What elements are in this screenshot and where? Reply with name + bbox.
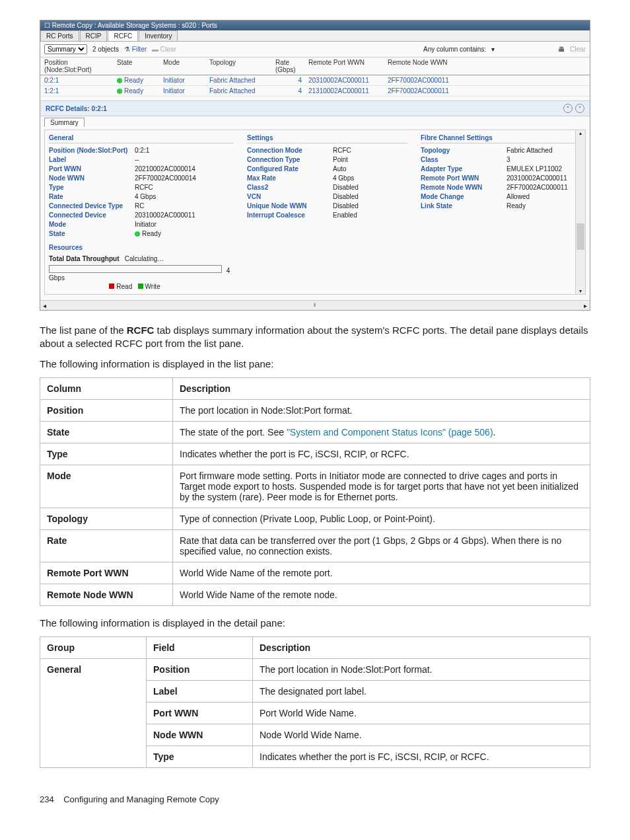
v-conntype: Point [333, 155, 407, 165]
th-field: Field [147, 637, 253, 659]
throughput-bar [49, 265, 222, 273]
list-row[interactable]: 1:2:1 Ready Initiator Fabric Attached 4 … [40, 86, 590, 96]
legend-read-swatch [109, 284, 114, 289]
status-ready-icon [117, 89, 122, 94]
v-fcmc: Allowed [507, 192, 581, 202]
v-mode: Initiator [135, 220, 234, 229]
legend-write-swatch [138, 284, 143, 289]
v-cfgrate: Auto [333, 165, 407, 174]
clear-link[interactable]: ▬ Clear [152, 46, 176, 53]
col-state[interactable]: State [117, 59, 163, 73]
tab-inventory[interactable]: Inventory [139, 30, 178, 41]
cell-mode: Initiator [163, 87, 209, 95]
status-ready-icon [117, 78, 122, 83]
filter-prompt: Any column contains: [423, 46, 486, 53]
th-description: Description [173, 377, 590, 399]
k-nodewwn: Node WWN [49, 174, 135, 183]
col-topology[interactable]: Topology [209, 59, 275, 73]
filter-link[interactable]: ⚗ Filter [124, 46, 147, 53]
paragraph: The list pane of the RCFC tab displays s… [40, 324, 590, 351]
k-fctop: Topology [421, 146, 507, 155]
expand-up-icon[interactable]: ˄ [563, 104, 573, 113]
detail-content: General Position (Node:Slot:Port)0:2:1 L… [44, 130, 586, 295]
th-column: Column [40, 377, 173, 399]
filter-label: Filter [132, 46, 147, 53]
k-fcls: Link State [421, 202, 507, 211]
page-footer: 234 Configuring and Managing Remote Copy [40, 794, 590, 804]
cell-mode: Initiator [163, 77, 209, 84]
legend-read: Read [116, 283, 132, 290]
cell-state: Ready [117, 87, 163, 95]
v-portwwn: 20210002AC000014 [135, 165, 234, 174]
th-group: Group [40, 637, 147, 659]
table-row: Type Indicates whether the port is FC, i… [40, 443, 590, 465]
v-state: Ready [135, 229, 234, 239]
cell-rate: 4 [275, 77, 308, 84]
section-general-title: General [49, 134, 234, 143]
k-class2: Class2 [247, 183, 333, 192]
clear-icon: ▬ [152, 46, 158, 53]
section-title: Configuring and Managing Remote Copy [63, 794, 219, 804]
filter-dropdown-icon[interactable]: ▾ [491, 46, 495, 53]
print-icon[interactable]: 🖶 [558, 46, 565, 53]
cell-position: 0:2:1 [44, 77, 117, 84]
k-cfgrate: Configured Rate [247, 165, 333, 174]
cell-rport: 21310002AC000011 [308, 87, 388, 95]
paragraph: The following information is displayed i… [40, 617, 590, 630]
k-unwwn: Unique Node WWN [247, 202, 333, 211]
window-titlebar: ☐ Remote Copy : Available Storage System… [40, 20, 590, 30]
tab-rcip[interactable]: RCIP [80, 30, 108, 41]
v-fcrnwwn: 2FF70002AC000011 [507, 183, 581, 192]
col-rate[interactable]: Rate (Gbps) [275, 59, 308, 73]
cell-rnode: 2FF70002AC000011 [388, 77, 467, 84]
k-cd: Connected Device [49, 211, 135, 220]
cell-rate: 4 [275, 87, 308, 95]
tab-rcfc[interactable]: RCFC [108, 30, 138, 41]
vertical-scrollbar[interactable]: ▴ ▾ [575, 130, 585, 294]
detail-pane-fields-table: Group Field Description General Position… [40, 636, 590, 768]
k-position: Position (Node:Slot:Port) [49, 146, 135, 155]
cell-topology: Fabric Attached [209, 87, 275, 95]
cell-rnode: 2FF70002AC000011 [388, 87, 467, 95]
scroll-right-icon[interactable]: ▸ [584, 302, 587, 309]
toolbar: Summary 2 objects ⚗ Filter ▬ Clear Any c… [40, 42, 590, 57]
view-selector[interactable]: Summary [44, 44, 87, 54]
col-rportwwn[interactable]: Remote Port WWN [308, 59, 388, 73]
k-fcrnwwn: Remote Node WWN [421, 183, 507, 192]
section-resources-title: Resources [49, 244, 234, 251]
clear-label: Clear [160, 46, 176, 53]
v-cdt: RC [135, 202, 234, 211]
v-cd: 20310002AC000011 [135, 211, 234, 220]
tab-rcports[interactable]: RC Ports [40, 30, 79, 41]
list-row[interactable]: 0:2:1 Ready Initiator Fabric Attached 4 … [40, 75, 590, 86]
table-row: Mode Port firmware mode setting. Ports i… [40, 465, 590, 508]
cell-position: 1:2:1 [44, 87, 117, 95]
tab-summary[interactable]: Summary [44, 118, 85, 127]
expand-down-icon[interactable]: ˅ [575, 104, 584, 113]
scroll-thumb[interactable] [577, 223, 584, 250]
k-connmode: Connection Mode [247, 146, 333, 155]
k-label: Label [49, 155, 135, 165]
v-label: -- [135, 155, 234, 165]
table-row: Remote Node WWN World Wide Name of the r… [40, 584, 590, 605]
col-mode[interactable]: Mode [163, 59, 209, 73]
cross-reference-link[interactable]: "System and Component Status Icons" (pag… [287, 427, 493, 438]
clear-link-2[interactable]: Clear [570, 46, 586, 53]
horizontal-scrollbar[interactable]: ◂ ⫴ ▸ [40, 300, 590, 310]
v-fcrpwwn: 20310002AC000011 [507, 174, 581, 183]
table-row: Rate Rate that data can be transferred o… [40, 529, 590, 562]
v-maxrate: 4 Gbps [333, 174, 407, 183]
scroll-down-icon[interactable]: ▾ [576, 288, 585, 294]
detail-title: RCFC Details: 0:2:1 [46, 105, 107, 112]
v-connmode: RCFC [333, 146, 407, 155]
scroll-up-icon[interactable]: ▴ [576, 130, 585, 136]
k-fcmc: Mode Change [421, 192, 507, 202]
status-ready-icon [135, 231, 140, 237]
k-rate: Rate [49, 192, 135, 202]
tdt-value: Calculating… [125, 255, 164, 262]
cell-state: Ready [117, 77, 163, 84]
k-fcadapter: Adapter Type [421, 165, 507, 174]
v-nodewwn: 2FF70002AC000014 [135, 174, 234, 183]
col-position[interactable]: Position (Node:Slot:Port) [44, 59, 117, 73]
col-rnodewwn[interactable]: Remote Node WWN [388, 59, 467, 73]
